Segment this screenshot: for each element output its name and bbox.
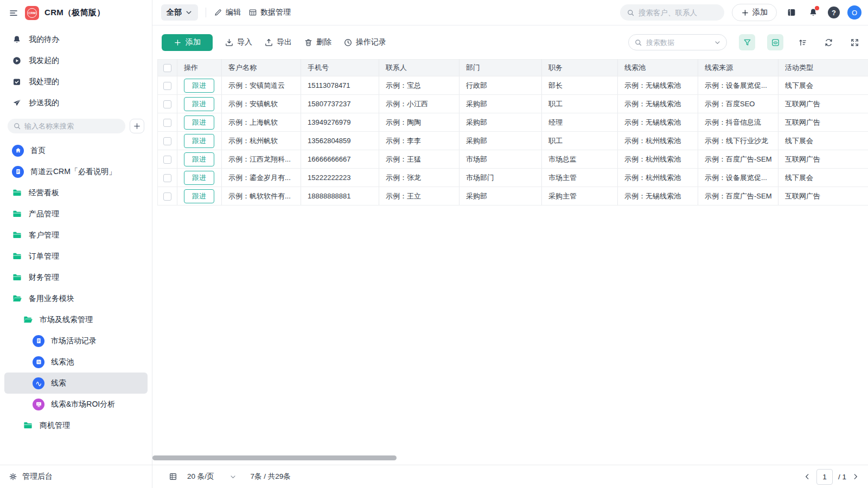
current-page-input[interactable]: 1 <box>816 469 833 485</box>
horizontal-scrollbar-thumb[interactable] <box>152 455 397 460</box>
column-header[interactable]: 操作 <box>177 60 222 76</box>
sidebar-item[interactable]: 简道云CRM「必看说明」 <box>4 161 148 182</box>
table-search-box[interactable] <box>628 34 727 50</box>
table-cell: 采购部 <box>459 187 542 206</box>
help-button[interactable]: ? <box>828 7 840 18</box>
admin-console-button[interactable]: 管理后台 <box>0 465 152 488</box>
table-row[interactable]: 跟进示例：安镇简道云15113078471示例：宝总行政部部长示例：无锡线索池示… <box>158 76 868 95</box>
sidebar-add-button[interactable] <box>130 119 144 133</box>
data-manage-button[interactable]: 数据管理 <box>248 8 291 17</box>
sidebar-item[interactable]: 首页 <box>4 140 148 161</box>
follow-up-button[interactable]: 跟进 <box>184 97 214 111</box>
table-cell: 示例：杭州线索池 <box>618 132 698 150</box>
folder-open-icon <box>23 314 33 325</box>
prev-page-button[interactable] <box>803 473 811 480</box>
sidebar-item[interactable]: 线索&市场ROI分析 <box>4 394 148 415</box>
notifications-button[interactable] <box>806 5 820 20</box>
sidebar-quick-item[interactable]: 我的待办 <box>0 29 152 50</box>
sidebar-item[interactable]: 市场活动记录 <box>4 330 148 351</box>
next-page-button[interactable] <box>852 473 859 480</box>
table-row[interactable]: 跟进示例：鎏金岁月有...15222222223示例：张龙市场部门市场主管示例：… <box>158 169 868 187</box>
trash-icon <box>304 38 313 47</box>
refresh-button[interactable] <box>821 35 835 49</box>
sidebar-quick-item[interactable]: 我发起的 <box>0 50 152 71</box>
row-checkbox[interactable] <box>163 156 171 164</box>
user-avatar[interactable]: O <box>847 5 861 20</box>
folder-open-icon <box>12 293 22 304</box>
sort-button[interactable] <box>795 35 809 49</box>
table-row[interactable]: 跟进示例：安镇帆软15807737237示例：小江西采购部职工示例：无锡线索池示… <box>158 95 868 113</box>
main-area: 全部 编辑 数据管理 添加 ? O 添加 <box>152 0 868 488</box>
table-row[interactable]: 跟进示例：上海帆软13949276979示例：陶陶采购部经理示例：无锡线索池示例… <box>158 113 868 132</box>
delete-button[interactable]: 删除 <box>304 37 331 47</box>
follow-up-button[interactable]: 跟进 <box>184 171 214 185</box>
chevron-down-icon[interactable] <box>714 39 721 46</box>
row-checkbox[interactable] <box>163 137 171 145</box>
display-settings-button[interactable] <box>767 34 783 50</box>
table-row[interactable]: 跟进示例：杭州帆软13562804859示例：李李采购部职工示例：杭州线索池示例… <box>158 132 868 150</box>
density-icon[interactable] <box>169 472 177 481</box>
sidebar-item[interactable]: 备用业务模块 <box>4 288 148 309</box>
column-header[interactable]: 线索池 <box>618 60 698 76</box>
sidebar-item[interactable]: 产品管理 <box>4 203 148 224</box>
select-all-checkbox[interactable] <box>163 64 171 72</box>
column-header[interactable]: 客户名称 <box>222 60 301 76</box>
column-header[interactable]: 联系人 <box>379 60 459 76</box>
column-header[interactable]: 线索来源 <box>698 60 778 76</box>
panel-toggle-button[interactable] <box>784 5 799 20</box>
row-checkbox[interactable] <box>163 119 171 127</box>
follow-up-button[interactable]: 跟进 <box>184 189 214 203</box>
sidebar-search-input[interactable] <box>24 122 120 130</box>
table-cell: 职工 <box>542 95 618 113</box>
global-search-box[interactable] <box>620 4 724 21</box>
follow-up-button[interactable]: 跟进 <box>184 115 214 130</box>
export-button[interactable]: 导出 <box>264 37 292 47</box>
row-checkbox[interactable] <box>163 192 171 201</box>
sidebar-item[interactable]: 客户管理 <box>4 224 148 246</box>
sidebar-item[interactable]: 市场及线索管理 <box>4 309 148 330</box>
view-switcher-all[interactable]: 全部 <box>161 4 198 21</box>
global-search-input[interactable] <box>639 9 718 17</box>
table-row[interactable]: 跟进示例：江西龙翔科...16666666667示例：王猛市场部市场总监示例：杭… <box>158 150 868 169</box>
fullscreen-button[interactable] <box>847 35 861 49</box>
plus-icon <box>174 38 182 47</box>
column-header[interactable]: 活动类型 <box>778 60 868 76</box>
row-select-cell <box>158 187 177 206</box>
row-action-cell: 跟进 <box>177 132 222 150</box>
sidebar-item[interactable]: 商机管理 <box>4 415 148 436</box>
page-size-select[interactable]: 20 条/页 <box>187 472 237 481</box>
table-cell: 示例：设备展览促... <box>698 76 778 95</box>
row-checkbox[interactable] <box>163 100 171 108</box>
operation-log-button[interactable]: 操作记录 <box>343 37 386 47</box>
table-body: 跟进示例：安镇简道云15113078471示例：宝总行政部部长示例：无锡线索池示… <box>158 76 868 206</box>
edit-button[interactable]: 编辑 <box>214 8 241 17</box>
table-cell: 市场主管 <box>542 169 618 187</box>
hamburger-menu-icon[interactable] <box>8 7 20 19</box>
table-search-input[interactable] <box>646 38 710 47</box>
row-checkbox[interactable] <box>163 82 171 90</box>
column-header[interactable]: 部门 <box>459 60 542 76</box>
follow-up-button[interactable]: 跟进 <box>184 134 214 148</box>
table-row[interactable]: 跟进示例：帆软软件有...18888888881示例：王立采购部采购主管示例：无… <box>158 187 868 206</box>
import-button[interactable]: 导入 <box>225 37 252 47</box>
sidebar-quick-item[interactable]: 我处理的 <box>0 71 152 92</box>
sidebar-quick-item[interactable]: 抄送我的 <box>0 92 152 113</box>
data-manage-label: 数据管理 <box>260 8 291 17</box>
sidebar-item[interactable]: 线索 <box>4 373 148 394</box>
column-header[interactable]: 手机号 <box>301 60 379 76</box>
global-add-button[interactable]: 添加 <box>732 4 777 21</box>
sidebar-item[interactable]: 订单管理 <box>4 246 148 267</box>
sidebar-item[interactable]: 线索池 <box>4 351 148 373</box>
sidebar-item[interactable]: 经营看板 <box>4 182 148 203</box>
column-header[interactable]: 职务 <box>542 60 618 76</box>
follow-up-button[interactable]: 跟进 <box>184 152 214 166</box>
sidebar-item-label: 客户管理 <box>29 230 59 240</box>
sidebar-item[interactable]: 财务管理 <box>4 267 148 288</box>
app-logo[interactable]: CRM <box>25 6 39 20</box>
add-record-button[interactable]: 添加 <box>162 34 213 51</box>
sidebar-search-box[interactable] <box>8 119 125 133</box>
follow-up-button[interactable]: 跟进 <box>184 79 214 93</box>
row-checkbox[interactable] <box>163 174 171 182</box>
sidebar-item-label: 简道云CRM「必看说明」 <box>30 167 116 177</box>
filter-button[interactable] <box>739 34 755 50</box>
